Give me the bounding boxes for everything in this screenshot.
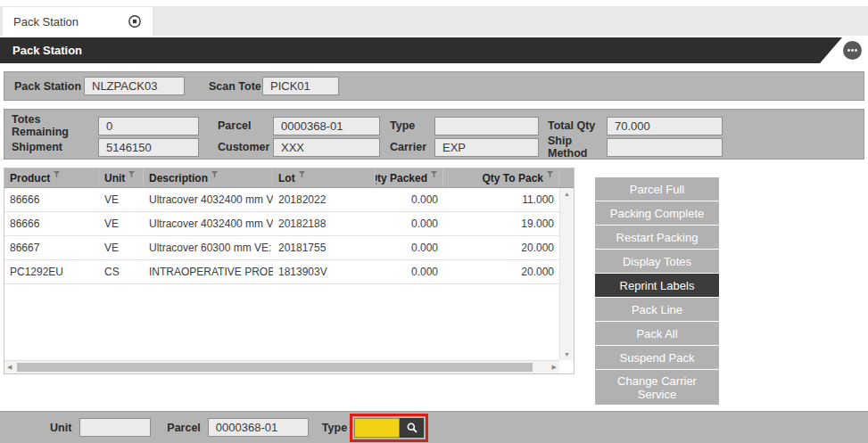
table-header-row: ProductUnitDescriptionLotQty PackedQty T…: [4, 168, 574, 188]
column-header-product[interactable]: Product: [4, 168, 99, 187]
action-button-pack-all[interactable]: Pack All: [595, 322, 719, 345]
column-header-qty-to-pack[interactable]: Qty To Pack: [443, 168, 559, 187]
table-row[interactable]: 86667VEUltracover 60300 mm VE: 102018175…: [4, 236, 574, 260]
action-button-display-totes[interactable]: Display Totes: [595, 250, 719, 273]
cell-qty-to-pack: 19.000: [443, 217, 559, 230]
field-ship-method: Ship Method: [539, 135, 723, 160]
column-header-label: Lot: [278, 172, 295, 185]
field-input-parcel[interactable]: [273, 117, 380, 135]
panel-title: Pack Station: [12, 37, 82, 63]
column-header-label: Description: [149, 172, 208, 185]
cell-lot: 20181755: [273, 242, 376, 254]
filter-icon: [125, 171, 135, 185]
field-label-parcel: Parcel: [218, 119, 273, 132]
scroll-left-icon[interactable]: ◀: [7, 364, 12, 371]
highlight-box: [350, 414, 428, 442]
tab-close-icon[interactable]: [128, 14, 142, 29]
field-input-shipment[interactable]: [98, 138, 199, 157]
action-button-packing-complete[interactable]: Packing Complete: [595, 201, 719, 225]
field-label-customer: Customer: [218, 141, 273, 153]
column-header-label: Unit: [104, 172, 125, 185]
parcel-input[interactable]: [208, 418, 309, 437]
action-button-reprint-labels[interactable]: Reprint Labels: [595, 274, 719, 297]
table-row[interactable]: PC1292EUCSINTRAOPERATIVE PROBE ...181390…: [4, 260, 574, 284]
table-body: 86666VEUltracover 4032400 mm V...2018202…: [4, 188, 574, 284]
cell-qty-packed: 0.000: [376, 242, 443, 254]
filter-icon: [427, 171, 437, 185]
action-button-change-carrier-service[interactable]: Change Carrier Service: [595, 370, 719, 405]
field-label-type: Type: [390, 119, 434, 132]
items-table: ProductUnitDescriptionLotQty PackedQty T…: [4, 168, 575, 374]
cell-lot: 1813903V: [273, 266, 376, 278]
tab-pack-station[interactable]: Pack Station: [3, 7, 153, 36]
summary-bar-rows: Totes RemainingParcelTypeTotal QtyShipme…: [4, 116, 864, 157]
action-button-parcel-full[interactable]: Parcel Full: [595, 177, 719, 201]
cell-description: INTRAOPERATIVE PROBE ...: [144, 266, 273, 278]
field-total-qty: Total Qty: [539, 117, 723, 135]
cell-product: 86666: [4, 217, 99, 230]
panel-header: Pack Station: [0, 37, 868, 63]
cell-lot: 20182188: [273, 217, 376, 230]
table-row[interactable]: 86666VEUltracover 4032400 mm V...2018202…: [4, 188, 574, 212]
field-parcel: Parcel: [199, 117, 380, 135]
scrollbar-thumb[interactable]: [17, 363, 533, 372]
cell-qty-to-pack: 20.000: [443, 242, 559, 254]
unit-input[interactable]: [79, 418, 151, 437]
scroll-right-icon[interactable]: ▶: [552, 364, 557, 371]
summary-row: Totes RemainingParcelTypeTotal Qty: [12, 116, 864, 135]
field-label-carrier: Carrier: [390, 141, 434, 153]
scroll-up-icon[interactable]: ▲: [560, 191, 574, 197]
cell-qty-packed: 0.000: [376, 193, 443, 206]
filter-icon: [543, 171, 553, 185]
vertical-scrollbar[interactable]: ▲ ▼: [559, 188, 574, 360]
type-input[interactable]: [354, 418, 400, 438]
table-row[interactable]: 86666VEUltracover 4032400 mm V...2018218…: [4, 212, 574, 236]
pack-station-input[interactable]: [84, 77, 185, 95]
column-header-unit[interactable]: Unit: [99, 168, 144, 187]
cell-unit: VE: [99, 242, 144, 254]
cell-qty-to-pack: 20.000: [443, 266, 559, 278]
scan-tote-label: Scan Tote: [209, 80, 262, 93]
action-button-suspend-pack[interactable]: Suspend Pack: [595, 346, 719, 369]
parcel-label: Parcel: [167, 422, 201, 434]
field-input-totes-remaining[interactable]: [98, 117, 199, 135]
cell-qty-packed: 0.000: [376, 217, 443, 230]
station-bar: Pack Station Scan Tote: [4, 71, 864, 101]
cell-qty-to-pack: 11.000: [443, 193, 559, 206]
field-label-shipment: Shipment: [12, 141, 98, 153]
cell-product: 86667: [4, 242, 99, 254]
cell-unit: VE: [99, 193, 144, 206]
column-header-qty-packed[interactable]: Qty Packed: [376, 168, 443, 187]
action-button-stack: Parcel FullPacking CompleteRestart Packi…: [595, 177, 719, 406]
column-header-description[interactable]: Description: [144, 168, 273, 187]
more-options-button[interactable]: [843, 41, 862, 60]
tab-label: Pack Station: [13, 15, 79, 29]
filter-icon: [50, 171, 60, 185]
search-icon: [406, 422, 418, 434]
column-header-lot[interactable]: Lot: [273, 168, 376, 187]
field-input-ship-method[interactable]: [607, 138, 723, 157]
action-button-restart-packing[interactable]: Restart Packing: [595, 226, 719, 249]
summary-bar: Totes RemainingParcelTypeTotal QtyShipme…: [4, 109, 864, 160]
column-header-label: Product: [10, 172, 50, 185]
cell-description: Ultracover 4032400 mm V...: [144, 193, 273, 206]
cell-product: PC1292EU: [4, 266, 99, 278]
scroll-down-icon[interactable]: ▼: [560, 351, 574, 357]
field-input-type[interactable]: [434, 117, 539, 135]
type-label: Type: [322, 422, 347, 434]
scan-tote-input[interactable]: [262, 77, 339, 95]
action-button-pack-line[interactable]: Pack Line: [595, 298, 719, 321]
field-carrier: Carrier: [380, 138, 539, 157]
field-input-customer[interactable]: [273, 138, 380, 157]
pack-station-window: Pack Station Pack Station Pack Station S…: [0, 0, 868, 443]
field-input-carrier[interactable]: [434, 138, 539, 157]
pack-station-label: Pack Station: [14, 80, 84, 93]
type-lookup-button[interactable]: [400, 418, 424, 438]
unit-label: Unit: [50, 422, 71, 434]
horizontal-scrollbar[interactable]: ◀ ▶: [4, 360, 559, 373]
field-input-total-qty[interactable]: [607, 117, 723, 135]
ellipsis-icon: [847, 45, 858, 56]
field-label-totes-remaining: Totes Remaining: [12, 113, 98, 138]
cell-qty-packed: 0.000: [376, 266, 443, 278]
cell-unit: VE: [99, 217, 144, 230]
